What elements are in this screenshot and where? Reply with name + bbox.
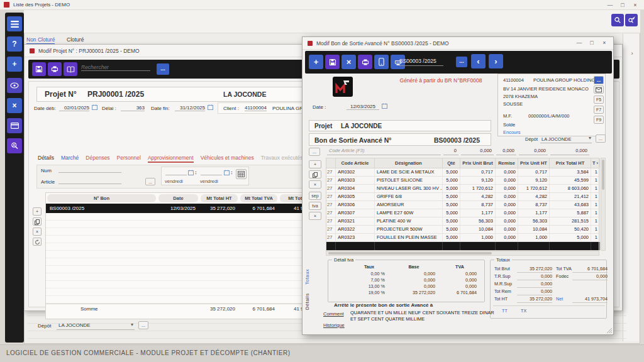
search-button[interactable] — [611, 14, 624, 26]
calendar-icon[interactable] — [188, 170, 194, 175]
advanced-search-button[interactable] — [625, 14, 638, 26]
doc-number-input[interactable]: BS00003 /2025 — [399, 58, 443, 66]
table-row[interactable]: 27AR0303PISTOLET SILICONE5,0009,1200,000… — [326, 177, 599, 185]
client-more-button[interactable]: ... — [594, 76, 604, 84]
print-button[interactable] — [48, 62, 62, 76]
maximize-icon[interactable]: □ — [586, 39, 598, 47]
client-code[interactable]: 41100004 — [245, 105, 267, 111]
line-copy-button[interactable] — [309, 170, 321, 178]
tab-vehicules[interactable]: Véhicules et machines — [201, 155, 254, 163]
calendar-icon[interactable] — [224, 170, 230, 175]
line-delete-button[interactable]: × — [309, 180, 321, 189]
col-header[interactable]: T › — [591, 158, 600, 168]
scrollbar-thumb[interactable] — [602, 160, 604, 190]
payment-button[interactable] — [7, 118, 22, 133]
date-to-input[interactable] — [201, 175, 222, 175]
col-header[interactable]: Remise — [496, 158, 518, 168]
table-row[interactable]: 27AR0321PLATINE 400 W5,00056,3030,00056,… — [326, 217, 599, 226]
num-input[interactable] — [58, 172, 121, 173]
prix-total-input[interactable]: 0,000 — [550, 147, 589, 155]
article-entry-row[interactable]: Code Article (F3) 0 0,000 0,000 0,000 0,… — [326, 147, 599, 155]
calendar-icon[interactable] — [208, 104, 213, 110]
calendar-icon[interactable] — [92, 104, 97, 110]
tva-button[interactable]: tva — [309, 202, 321, 210]
row-copy-button[interactable] — [33, 217, 42, 226]
close-icon[interactable]: × — [629, 1, 641, 9]
search-more-button[interactable]: ... — [157, 63, 169, 75]
search-input[interactable] — [81, 64, 150, 71]
table-row[interactable]: 27AR0302LAME DE SCIE A METAUX5,0000,7170… — [326, 168, 599, 177]
tab-travaux[interactable]: Travaux exécutés — [261, 155, 303, 163]
close-window-button[interactable]: × — [7, 98, 22, 113]
previous-button[interactable]: ‹ — [471, 54, 486, 69]
encours-link[interactable]: Encours — [503, 129, 521, 135]
mr-sup-value[interactable]: 0,000 — [517, 280, 552, 288]
search-client-button[interactable] — [7, 138, 22, 153]
tx-toggle[interactable]: TX — [521, 308, 526, 314]
print-button[interactable] — [358, 55, 372, 69]
col-header[interactable]: Prix Total HT — [550, 158, 591, 168]
table-row[interactable]: 7,00 %0,0000,000 — [350, 277, 480, 283]
tt-toggle[interactable]: TT — [502, 308, 508, 314]
resize-grip[interactable] — [606, 327, 612, 333]
remise-input[interactable]: 0,000 — [496, 147, 516, 155]
client-code[interactable]: 41100004 — [503, 77, 524, 83]
date-value[interactable]: 12/03/2025 — [347, 104, 379, 110]
tab-non-cloture[interactable]: Non Cloturé — [26, 36, 55, 44]
mobile-button[interactable] — [374, 55, 389, 69]
minimize-icon[interactable]: — — [573, 39, 586, 47]
col-header[interactable]: Mt Total HT — [201, 194, 238, 202]
f7-button[interactable]: F7 — [594, 106, 604, 114]
net-label[interactable]: Net — [552, 295, 572, 303]
tab-marche[interactable]: Marché — [61, 155, 79, 163]
mail-button[interactable] — [594, 85, 604, 94]
delai-value[interactable]: 363 — [121, 105, 145, 111]
date-from-input[interactable] — [165, 175, 187, 175]
delete-button[interactable]: × — [341, 55, 356, 69]
f5-button[interactable]: F5 — [594, 96, 604, 104]
date-deb-value[interactable]: 02/01/2025 — [59, 105, 89, 111]
add-button[interactable]: + — [7, 57, 22, 72]
tab-details[interactable]: Détails — [304, 287, 310, 310]
table-row[interactable]: 27AR0305GRIFFE 6/85,0004,2820,0004,28221… — [326, 193, 599, 201]
report-button[interactable] — [64, 62, 77, 76]
table-row[interactable]: 27AR0307LAMPE E27 60W5,0001,1770,0001,17… — [326, 209, 599, 217]
table-row[interactable]: 27AR0323FOUILLE EN PLEIN MASSE5,0001,000… — [326, 234, 599, 242]
col-header[interactable]: Prix Unit HT — [518, 158, 550, 168]
sep-button[interactable]: sep — [309, 192, 321, 200]
row-add-button[interactable]: + — [33, 207, 42, 216]
line-add-button[interactable]: + — [309, 160, 321, 168]
minimize-icon[interactable]: — — [604, 1, 616, 9]
row-delete-button[interactable]: × — [33, 228, 42, 236]
tab-totaux[interactable]: Totaux — [304, 263, 310, 285]
depot-more-button[interactable]: ... — [596, 134, 606, 143]
vertical-scrollbar[interactable] — [601, 158, 606, 251]
next-button[interactable]: › — [489, 54, 503, 69]
col-header[interactable]: Qté — [443, 158, 460, 168]
line-clear-button[interactable]: × — [309, 212, 321, 220]
table-row[interactable]: 0,00 %0,0000,000 — [350, 271, 480, 277]
maximize-icon[interactable]: □ — [616, 1, 629, 9]
table-row[interactable]: 27AR0322PROJECTEUR 500W5,00010,0840,0001… — [326, 226, 599, 234]
expand-panel-button[interactable]: › — [628, 49, 636, 58]
table-row[interactable]: 19,00 %35 272,0206 701,684 — [350, 290, 480, 296]
new-button[interactable]: + — [309, 55, 323, 69]
depot-select[interactable]: LA JOCONDE ▾ — [57, 321, 135, 330]
help-button[interactable]: ? — [7, 36, 22, 52]
tab-details[interactable]: Détails — [38, 155, 54, 163]
selected-article-row[interactable] — [326, 242, 599, 250]
col-header[interactable]: Date — [158, 194, 198, 202]
tab-cloture[interactable]: Cloturé — [67, 36, 84, 43]
comment-link[interactable]: Comment — [323, 311, 344, 317]
table-row[interactable]: 27AR0304NIVEAU LASER GRL 300 HV ...5,000… — [326, 185, 599, 193]
depot-select[interactable]: LA JOCONDE ▾ — [540, 134, 592, 143]
tab-personnel[interactable]: Personnel — [117, 155, 141, 163]
calendar-icon[interactable] — [382, 103, 387, 109]
prix-ht-input[interactable]: 0,000 — [519, 147, 548, 155]
date-fin-value[interactable]: 31/12/2025 — [175, 105, 205, 111]
code-article-input[interactable]: Code Article (F3) — [327, 147, 441, 155]
col-header[interactable]: Prix Unit Brut — [460, 158, 496, 168]
doc-more-button[interactable]: ... — [456, 57, 467, 67]
article-more-button[interactable]: ... — [145, 178, 155, 185]
col-header[interactable]: Code Article — [336, 158, 375, 168]
